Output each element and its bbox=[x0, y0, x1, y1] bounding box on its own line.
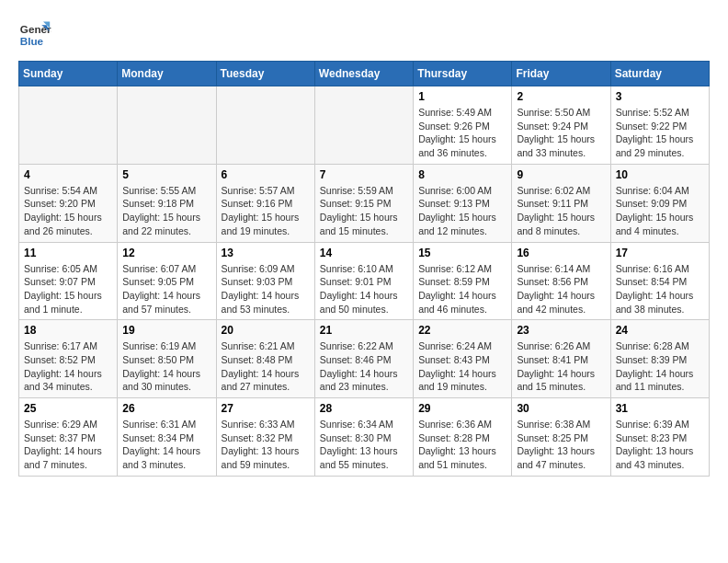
day-info: Sunrise: 6:21 AM Sunset: 8:48 PM Dayligh… bbox=[222, 339, 310, 394]
calendar-cell: 2Sunrise: 5:50 AM Sunset: 9:24 PM Daylig… bbox=[512, 86, 610, 165]
day-number: 29 bbox=[418, 402, 506, 415]
calendar-cell: 16Sunrise: 6:14 AM Sunset: 8:56 PM Dayli… bbox=[512, 242, 610, 320]
calendar-cell: 31Sunrise: 6:39 AM Sunset: 8:23 PM Dayli… bbox=[610, 398, 709, 477]
day-number: 22 bbox=[418, 324, 506, 337]
day-info: Sunrise: 6:39 AM Sunset: 8:23 PM Dayligh… bbox=[616, 418, 704, 472]
column-header-thursday: Thursday bbox=[414, 62, 512, 86]
day-number: 10 bbox=[616, 168, 704, 181]
column-header-sunday: Sunday bbox=[19, 62, 118, 86]
day-number: 3 bbox=[616, 90, 704, 103]
day-number: 4 bbox=[24, 168, 112, 181]
day-info: Sunrise: 6:24 AM Sunset: 8:43 PM Dayligh… bbox=[418, 339, 506, 394]
calendar-cell: 15Sunrise: 6:12 AM Sunset: 8:59 PM Dayli… bbox=[414, 242, 512, 320]
calendar-cell: 9Sunrise: 6:02 AM Sunset: 9:11 PM Daylig… bbox=[512, 164, 610, 242]
calendar-cell bbox=[19, 86, 118, 165]
day-number: 25 bbox=[24, 402, 112, 415]
day-number: 23 bbox=[517, 324, 605, 337]
day-info: Sunrise: 5:59 AM Sunset: 9:15 PM Dayligh… bbox=[320, 184, 408, 238]
column-header-friday: Friday bbox=[512, 62, 610, 86]
day-info: Sunrise: 6:34 AM Sunset: 8:30 PM Dayligh… bbox=[320, 418, 408, 472]
day-info: Sunrise: 5:54 AM Sunset: 9:20 PM Dayligh… bbox=[24, 184, 112, 238]
day-info: Sunrise: 6:33 AM Sunset: 8:32 PM Dayligh… bbox=[222, 418, 310, 472]
day-info: Sunrise: 6:02 AM Sunset: 9:11 PM Dayligh… bbox=[517, 184, 605, 238]
day-info: Sunrise: 5:50 AM Sunset: 9:24 PM Dayligh… bbox=[517, 106, 605, 160]
day-info: Sunrise: 6:07 AM Sunset: 9:05 PM Dayligh… bbox=[122, 262, 210, 316]
day-number: 31 bbox=[616, 402, 704, 415]
svg-text:Blue: Blue bbox=[20, 35, 44, 47]
column-header-monday: Monday bbox=[118, 62, 216, 86]
page-header: General Blue bbox=[18, 18, 710, 52]
calendar-cell: 23Sunrise: 6:26 AM Sunset: 8:41 PM Dayli… bbox=[512, 320, 610, 398]
calendar-cell: 4Sunrise: 5:54 AM Sunset: 9:20 PM Daylig… bbox=[19, 164, 118, 242]
calendar-cell: 17Sunrise: 6:16 AM Sunset: 8:54 PM Dayli… bbox=[610, 242, 709, 320]
calendar-cell: 30Sunrise: 6:38 AM Sunset: 8:25 PM Dayli… bbox=[512, 398, 610, 477]
day-info: Sunrise: 5:55 AM Sunset: 9:18 PM Dayligh… bbox=[122, 184, 210, 238]
day-info: Sunrise: 6:28 AM Sunset: 8:39 PM Dayligh… bbox=[616, 339, 704, 394]
day-number: 30 bbox=[517, 402, 605, 415]
day-number: 21 bbox=[320, 324, 408, 337]
column-header-tuesday: Tuesday bbox=[216, 62, 314, 86]
calendar-week-row: 25Sunrise: 6:29 AM Sunset: 8:37 PM Dayli… bbox=[19, 398, 710, 477]
day-info: Sunrise: 6:04 AM Sunset: 9:09 PM Dayligh… bbox=[616, 184, 704, 238]
calendar-week-row: 4Sunrise: 5:54 AM Sunset: 9:20 PM Daylig… bbox=[19, 164, 710, 242]
day-info: Sunrise: 6:19 AM Sunset: 8:50 PM Dayligh… bbox=[122, 339, 210, 394]
day-info: Sunrise: 6:12 AM Sunset: 8:59 PM Dayligh… bbox=[418, 262, 506, 316]
day-info: Sunrise: 5:52 AM Sunset: 9:22 PM Dayligh… bbox=[616, 106, 704, 160]
day-number: 6 bbox=[222, 168, 310, 181]
calendar-cell: 10Sunrise: 6:04 AM Sunset: 9:09 PM Dayli… bbox=[610, 164, 709, 242]
calendar-cell: 3Sunrise: 5:52 AM Sunset: 9:22 PM Daylig… bbox=[610, 86, 709, 165]
calendar-cell bbox=[216, 86, 314, 165]
day-number: 20 bbox=[222, 324, 310, 337]
calendar-cell: 24Sunrise: 6:28 AM Sunset: 8:39 PM Dayli… bbox=[610, 320, 709, 398]
day-info: Sunrise: 6:14 AM Sunset: 8:56 PM Dayligh… bbox=[517, 262, 605, 316]
calendar-week-row: 11Sunrise: 6:05 AM Sunset: 9:07 PM Dayli… bbox=[19, 242, 710, 320]
day-info: Sunrise: 6:17 AM Sunset: 8:52 PM Dayligh… bbox=[24, 339, 112, 394]
day-info: Sunrise: 6:31 AM Sunset: 8:34 PM Dayligh… bbox=[122, 418, 210, 472]
calendar-cell: 7Sunrise: 5:59 AM Sunset: 9:15 PM Daylig… bbox=[314, 164, 413, 242]
calendar-cell: 25Sunrise: 6:29 AM Sunset: 8:37 PM Dayli… bbox=[19, 398, 118, 477]
calendar-cell: 26Sunrise: 6:31 AM Sunset: 8:34 PM Dayli… bbox=[118, 398, 216, 477]
day-number: 12 bbox=[122, 247, 210, 259]
column-header-wednesday: Wednesday bbox=[314, 62, 413, 86]
calendar-cell: 22Sunrise: 6:24 AM Sunset: 8:43 PM Dayli… bbox=[414, 320, 512, 398]
day-number: 11 bbox=[24, 247, 112, 259]
calendar-cell: 19Sunrise: 6:19 AM Sunset: 8:50 PM Dayli… bbox=[118, 320, 216, 398]
day-info: Sunrise: 6:26 AM Sunset: 8:41 PM Dayligh… bbox=[517, 339, 605, 394]
day-number: 9 bbox=[517, 168, 605, 181]
day-info: Sunrise: 6:36 AM Sunset: 8:28 PM Dayligh… bbox=[418, 418, 506, 472]
day-number: 26 bbox=[122, 402, 210, 415]
day-number: 24 bbox=[616, 324, 704, 337]
calendar-week-row: 1Sunrise: 5:49 AM Sunset: 9:26 PM Daylig… bbox=[19, 86, 710, 165]
day-number: 16 bbox=[517, 247, 605, 259]
day-info: Sunrise: 6:05 AM Sunset: 9:07 PM Dayligh… bbox=[24, 262, 112, 316]
calendar-header-row: SundayMondayTuesdayWednesdayThursdayFrid… bbox=[19, 62, 710, 86]
day-number: 14 bbox=[320, 247, 408, 259]
calendar-cell: 14Sunrise: 6:10 AM Sunset: 9:01 PM Dayli… bbox=[314, 242, 413, 320]
day-number: 5 bbox=[122, 168, 210, 181]
day-number: 13 bbox=[222, 247, 310, 259]
day-number: 2 bbox=[517, 90, 605, 103]
day-number: 7 bbox=[320, 168, 408, 181]
calendar-week-row: 18Sunrise: 6:17 AM Sunset: 8:52 PM Dayli… bbox=[19, 320, 710, 398]
logo-icon: General Blue bbox=[18, 18, 51, 52]
day-info: Sunrise: 6:22 AM Sunset: 8:46 PM Dayligh… bbox=[320, 339, 408, 394]
calendar-table: SundayMondayTuesdayWednesdayThursdayFrid… bbox=[18, 61, 710, 477]
calendar-cell: 13Sunrise: 6:09 AM Sunset: 9:03 PM Dayli… bbox=[216, 242, 314, 320]
day-number: 19 bbox=[122, 324, 210, 337]
day-info: Sunrise: 5:49 AM Sunset: 9:26 PM Dayligh… bbox=[418, 106, 506, 160]
calendar-cell: 28Sunrise: 6:34 AM Sunset: 8:30 PM Dayli… bbox=[314, 398, 413, 477]
day-number: 28 bbox=[320, 402, 408, 415]
day-number: 1 bbox=[418, 90, 506, 103]
calendar-cell: 29Sunrise: 6:36 AM Sunset: 8:28 PM Dayli… bbox=[414, 398, 512, 477]
calendar-cell bbox=[118, 86, 216, 165]
calendar-cell: 8Sunrise: 6:00 AM Sunset: 9:13 PM Daylig… bbox=[414, 164, 512, 242]
day-info: Sunrise: 6:10 AM Sunset: 9:01 PM Dayligh… bbox=[320, 262, 408, 316]
day-info: Sunrise: 6:16 AM Sunset: 8:54 PM Dayligh… bbox=[616, 262, 704, 316]
day-info: Sunrise: 6:09 AM Sunset: 9:03 PM Dayligh… bbox=[222, 262, 310, 316]
calendar-cell: 12Sunrise: 6:07 AM Sunset: 9:05 PM Dayli… bbox=[118, 242, 216, 320]
calendar-cell bbox=[314, 86, 413, 165]
day-info: Sunrise: 6:29 AM Sunset: 8:37 PM Dayligh… bbox=[24, 418, 112, 472]
calendar-cell: 18Sunrise: 6:17 AM Sunset: 8:52 PM Dayli… bbox=[19, 320, 118, 398]
day-number: 17 bbox=[616, 247, 704, 259]
day-number: 27 bbox=[222, 402, 310, 415]
